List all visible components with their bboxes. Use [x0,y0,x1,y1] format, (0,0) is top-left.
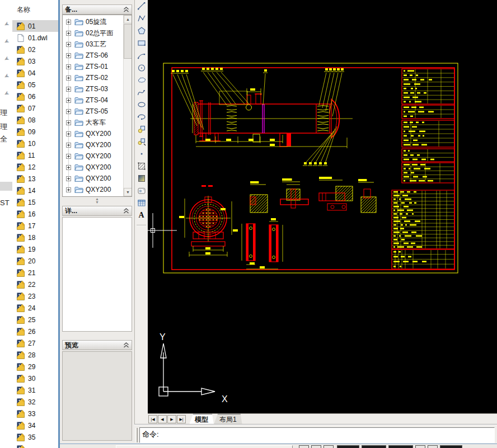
expand-plus-icon[interactable] [66,109,71,114]
expand-plus-icon[interactable] [66,31,71,36]
file-list-item[interactable]: 24 [12,302,58,314]
file-list-item[interactable]: 32 [12,396,58,408]
tab-布局1[interactable]: 布局1 [214,414,242,425]
make-block-tool-button[interactable] [135,135,148,148]
tab-模型[interactable]: 模型 [189,414,214,425]
circle-tool-button[interactable] [135,62,148,74]
tree-item[interactable]: 02总平面 [63,27,123,39]
file-list-item[interactable]: 18 [12,232,58,243]
status-toggle[interactable] [323,445,334,448]
status-toggle[interactable] [428,445,438,448]
collapse-chevron-icon[interactable] [123,7,129,12]
expand-plus-icon[interactable] [66,154,71,159]
insert-block-tool-button[interactable] [135,123,148,135]
file-list-item[interactable]: 34 [12,419,58,431]
file-list-item[interactable]: 03 [12,55,58,67]
file-list-item[interactable]: 13 [12,173,58,185]
collapse-chevron-icon[interactable] [123,342,129,348]
expand-plus-icon[interactable] [66,42,71,47]
file-list-item[interactable]: 19 [12,243,58,255]
tree-item[interactable]: ZTS-06 [63,50,123,61]
line-tool-button[interactable] [135,0,148,12]
file-list-item[interactable]: 28 [12,349,58,361]
file-list-item[interactable]: 08 [12,114,58,126]
file-list-item[interactable]: 02 [12,44,58,55]
preview-panel-header[interactable]: 预览 [62,340,132,350]
status-toggle[interactable] [337,445,359,448]
file-list-item[interactable]: 23 [12,290,58,302]
expand-plus-icon[interactable] [66,165,71,170]
tree-panel-header[interactable]: 备... [62,4,132,15]
panel-splitter[interactable]: ▲▼ [60,197,134,204]
first-tab-icon[interactable]: |◀ [148,415,157,423]
pushpin-icon[interactable]: ➤ [0,72,11,82]
status-toggle[interactable] [388,445,413,448]
tree-item[interactable]: ZTS-01 [63,61,123,72]
file-list-item[interactable]: 09 [12,126,58,138]
status-toggle[interactable] [311,445,321,448]
polygon-tool-button[interactable] [135,25,148,37]
pushpin-icon[interactable]: ➤ [0,54,11,65]
spline-tool-button[interactable] [135,86,148,98]
point-tool-button[interactable] [135,148,148,160]
expand-plus-icon[interactable] [66,187,71,192]
expand-plus-icon[interactable] [66,76,71,81]
tree-item[interactable]: ZTS-03 [63,83,123,95]
file-list-item[interactable]: 14 [12,185,58,196]
scroll-up-icon[interactable]: ▲ [124,15,132,23]
tree-item[interactable]: ZTS-04 [63,95,123,106]
file-list-item[interactable]: 35 [12,431,58,443]
region-tool-button[interactable] [135,185,148,197]
status-toggle[interactable] [440,445,462,448]
file-list-item[interactable]: 17 [12,220,58,232]
scroll-down-icon[interactable]: ▼ [124,188,132,196]
tree-item[interactable]: QXY200 [63,173,123,184]
hatch-tool-button[interactable] [135,160,148,172]
expand-plus-icon[interactable] [66,176,71,181]
file-list-item[interactable]: 16 [12,208,58,220]
table-tool-button[interactable] [135,197,148,209]
drawing-canvas[interactable]: Y X [148,0,497,413]
file-list-item[interactable]: 12 [12,161,58,173]
pushpin-icon[interactable]: ➤ [0,37,11,48]
tree-item[interactable]: QXY200 [63,139,123,150]
tree-scrollbar[interactable]: ▲ ▼ [123,15,132,196]
file-list-name-header[interactable]: 名称 [17,5,30,15]
previous-tab-icon[interactable]: ◀ [158,415,167,423]
tree-item[interactable]: 05旋流 [63,16,123,27]
status-toggle[interactable] [299,445,309,448]
ellipse-arc-tool-button[interactable] [135,111,148,123]
status-toggle[interactable] [362,445,386,448]
file-list-item[interactable]: 01.dwl [12,32,58,44]
expand-plus-icon[interactable] [66,98,71,103]
arc-tool-button[interactable] [135,49,148,62]
file-list-item[interactable]: 07 [12,102,58,114]
expand-plus-icon[interactable] [66,143,71,148]
tree-item[interactable]: 03工艺 [63,39,123,50]
scrollbar-thumb[interactable] [124,24,132,59]
tree-item[interactable]: QXY200 [63,128,123,139]
file-list-item[interactable]: 11 [12,149,58,161]
command-input[interactable]: 命令: [139,427,495,443]
tree-item[interactable]: QXY200 [63,162,123,173]
expand-plus-icon[interactable] [66,120,71,125]
ellipse-tool-button[interactable] [135,98,148,111]
file-list-item[interactable]: 25 [12,314,58,326]
file-list-item[interactable]: 05 [12,79,58,91]
pushpin-icon[interactable]: ➤ [0,89,11,100]
file-list-item[interactable]: 27 [12,337,58,349]
tree-item[interactable]: ZTS-02 [63,72,123,83]
file-list-item[interactable]: 15 [12,196,58,208]
rectangle-tool-button[interactable] [135,37,148,49]
file-list-item[interactable]: 31 [12,384,58,396]
file-list-item[interactable]: 04 [12,67,58,79]
pushpin-icon[interactable]: ➤ [0,20,11,30]
file-list-item[interactable]: 33 [12,408,58,419]
last-tab-icon[interactable]: ▶| [177,415,186,423]
polyline-tool-button[interactable] [135,12,148,25]
file-list-item[interactable] [12,443,58,448]
tree-item[interactable]: 大客车 [63,117,123,128]
expand-plus-icon[interactable] [66,20,71,25]
tree-item[interactable]: QXY200 [63,184,123,195]
file-list-item[interactable]: 26 [12,326,58,337]
